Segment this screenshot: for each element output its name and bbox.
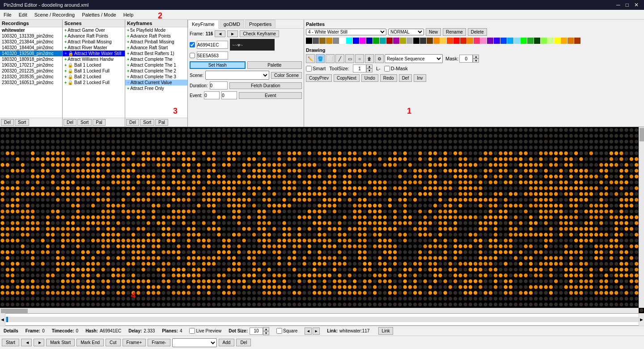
event-input-1[interactable]	[204, 91, 220, 99]
dotsize-down[interactable]: ▼	[263, 331, 269, 335]
scenes-del-button[interactable]: Del	[64, 119, 76, 126]
color-swatch-9[interactable]	[366, 38, 373, 44]
recording-item-2[interactable]: 130320_213844_pin2dmc	[0, 39, 62, 45]
redo-button[interactable]: Redo	[380, 74, 397, 82]
fetch-duration-button[interactable]: Fetch Duration	[229, 82, 302, 89]
recording-item-4[interactable]: 140320_192508_pin2dmc	[0, 51, 62, 56]
scene-item-3[interactable]: +Attract River Master	[63, 45, 125, 51]
rect-tool[interactable]: ▭	[345, 54, 354, 63]
prev-button[interactable]: ◄	[21, 339, 32, 346]
scene-item-9[interactable]: +🔒 Ball 2 Locked Full	[63, 80, 125, 85]
hash-b-checkbox[interactable]	[190, 53, 195, 58]
color-swatch-23[interactable]	[460, 38, 466, 44]
color-swatch-10[interactable]	[373, 38, 379, 44]
event-button[interactable]: Event	[239, 92, 302, 99]
toolsize-down-button[interactable]: ▼	[366, 68, 373, 72]
color-swatch-11[interactable]	[380, 38, 386, 44]
hash-a-input[interactable]	[197, 41, 228, 49]
palette-delete-button[interactable]: Delete	[468, 28, 487, 36]
kf-pal-button[interactable]: Pal	[155, 119, 168, 126]
frame-plus-button[interactable]: Frame+	[123, 339, 146, 346]
color-swatch-28[interactable]	[494, 38, 500, 44]
kf-item-0[interactable]: +5x Playfield Mode	[125, 27, 187, 33]
mask-input[interactable]	[459, 55, 473, 63]
pencil-tool[interactable]: ✏️	[306, 54, 315, 63]
palette-rename-button[interactable]: Rename	[443, 28, 466, 36]
color-swatch-35[interactable]	[541, 38, 547, 44]
scenes-pal-button[interactable]: Pal	[93, 119, 105, 126]
mark-start-button[interactable]: Mark Start	[46, 339, 75, 346]
color-scene-button[interactable]: Color Scene	[271, 72, 302, 79]
clear-tool[interactable]: 🗑	[365, 54, 374, 63]
color-swatch-38[interactable]	[561, 38, 567, 44]
color-swatch-32[interactable]	[521, 38, 527, 44]
live-preview-checkbox[interactable]	[189, 328, 195, 334]
color-swatch-31[interactable]	[514, 38, 520, 44]
close-button[interactable]: ✕	[632, 2, 640, 8]
dmd-scrollbar-thumb-horizontal[interactable]	[1, 309, 28, 313]
smart-checkbox[interactable]	[306, 66, 312, 72]
scene-item-0[interactable]: +Attract Game Over	[63, 27, 125, 33]
color-swatch-30[interactable]	[507, 38, 513, 44]
color-swatch-40[interactable]	[574, 38, 580, 44]
color-swatch-22[interactable]	[453, 38, 460, 44]
kf-item-7[interactable]: +Attract Complete The 2	[125, 68, 187, 74]
mask-up-button[interactable]: ▲	[473, 55, 479, 59]
frame-prev-button[interactable]: ◄	[215, 30, 225, 37]
tab-godmd[interactable]: goDMD	[220, 20, 244, 28]
color-swatch-6[interactable]	[346, 38, 352, 44]
undo-button[interactable]: Undo	[361, 74, 378, 82]
menu-palettes-mode[interactable]: Palettes / Mode	[78, 11, 119, 18]
menu-file[interactable]: File	[0, 11, 15, 18]
color-swatch-5[interactable]	[339, 38, 346, 44]
start-button[interactable]: Start	[2, 339, 19, 346]
scene-item-4[interactable]: +🔒 Attract White Water Still	[63, 51, 125, 56]
timeline-right-arrow[interactable]: ►	[639, 313, 644, 326]
palette-new-button[interactable]: New	[426, 28, 441, 36]
color-swatch-3[interactable]	[326, 38, 332, 44]
dmask-checkbox[interactable]	[384, 66, 390, 72]
color-swatch-16[interactable]	[413, 38, 419, 44]
maximize-button[interactable]: □	[624, 2, 631, 8]
scene-item-1[interactable]: +Advance Raft Points	[63, 33, 125, 39]
color-swatch-36[interactable]	[547, 38, 554, 44]
color-swatch-34[interactable]	[534, 38, 540, 44]
color-swatch-21[interactable]	[447, 38, 453, 44]
color-swatch-4[interactable]	[333, 38, 339, 44]
color-swatch-24[interactable]	[467, 38, 473, 44]
color-swatch-37[interactable]	[554, 38, 560, 44]
frame-minus-button[interactable]: Frame-	[148, 339, 170, 346]
tab-keyframe[interactable]: KeyFrame	[188, 20, 219, 29]
mask-down-button[interactable]: ▼	[473, 59, 479, 63]
kf-item-4[interactable]: +Attract Best Rafters 1)	[125, 51, 187, 56]
color-swatch-39[interactable]	[568, 38, 574, 44]
recording-item-6[interactable]: 190320_170217_pin2dmc	[0, 62, 62, 68]
scene-item-6[interactable]: +🔒 Ball 1 Locked	[63, 62, 125, 68]
color-swatch-0[interactable]	[306, 38, 312, 44]
square-checkbox[interactable]	[276, 328, 282, 334]
color-swatch-26[interactable]	[480, 38, 487, 44]
def-button[interactable]: Def	[399, 74, 412, 82]
scene-item-8[interactable]: +🔒 Ball 2 Locked	[63, 74, 125, 80]
kf-item-8[interactable]: +Attract Complete The 3	[125, 74, 187, 80]
dmd-display[interactable]	[0, 127, 644, 313]
hash-a-checkbox[interactable]	[190, 42, 195, 47]
menu-edit[interactable]: Edit	[15, 11, 31, 18]
fill-tool[interactable]: 🪣	[316, 54, 325, 63]
recording-item-1[interactable]: 100320_131339_pin2dmc	[0, 33, 62, 39]
toolsize-input[interactable]	[353, 64, 366, 72]
frame-next-button[interactable]: ►	[227, 30, 238, 37]
kf-item-6[interactable]: +Attract Complete The 1	[125, 62, 187, 68]
kf-item-1[interactable]: +Advance Raft Points	[125, 33, 187, 39]
palette-select[interactable]: 4 - White Water Still	[306, 29, 386, 35]
dmd-scrollbar-thumb-vertical[interactable]	[640, 128, 644, 141]
kf-item-5[interactable]: +Attract Complete The	[125, 56, 187, 62]
next-button[interactable]: ►	[34, 339, 44, 346]
color-swatch-8[interactable]	[360, 38, 366, 44]
kf-item-3[interactable]: +Advance Raft Start	[125, 45, 187, 51]
recording-item-8[interactable]: 210320_203535_pin2dmc	[0, 74, 62, 80]
color-swatch-29[interactable]	[500, 38, 507, 44]
copy-prev-button[interactable]: CopyPrev	[306, 74, 332, 82]
dotsize-up[interactable]: ▲	[263, 327, 269, 331]
event-input-2[interactable]	[221, 91, 237, 99]
